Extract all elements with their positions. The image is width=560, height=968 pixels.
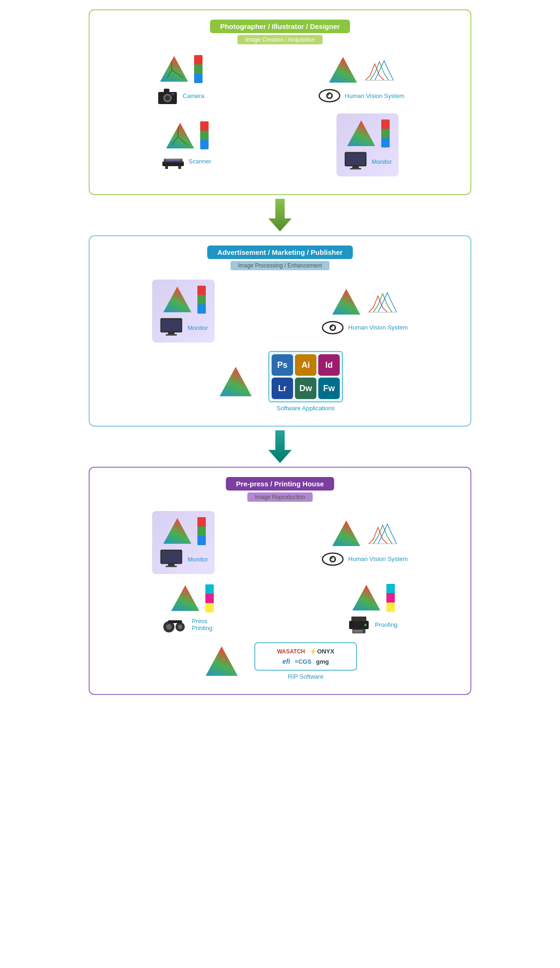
section1-row2: Scanner (99, 113, 461, 176)
monitor3-label: Monitor (188, 556, 208, 563)
section1-row1: Camera (99, 54, 461, 105)
rip-wasatch-logo: WASATCH (277, 648, 305, 655)
camera-label: Camera (183, 92, 204, 99)
svg-marker-15 (166, 123, 194, 148)
eye-icon-3 (321, 551, 344, 568)
svg-rect-27 (346, 153, 365, 165)
svg-rect-35 (166, 334, 177, 336)
monitor2-colorbar (197, 286, 206, 314)
monitor1-icon-row: Monitor (343, 151, 392, 172)
proofing-icon-row: Proofing (347, 615, 397, 634)
section3-row1: Monitor (99, 511, 461, 574)
press-visual (169, 583, 214, 613)
svg-marker-36 (332, 289, 360, 315)
scanner-item: Scanner (161, 120, 211, 170)
svg-marker-30 (268, 199, 292, 231)
rip-efi-logo: efi (282, 658, 290, 665)
press-printing-item: Press Printing (162, 583, 220, 633)
proofing-label: Proofing (375, 621, 397, 628)
hvs2-icon-row: Human Vision System (321, 319, 408, 336)
flow-diagram: Photographer / Illustrator / Designer Im… (89, 9, 471, 695)
section2-subtitle: Image Processing / Enhancement (231, 261, 329, 270)
app-lr-icon: Lr (272, 378, 293, 399)
app-id-icon: Id (318, 354, 340, 376)
section3-row3: WASATCH ⚡ONYX efi ≡CGS gmg RIP Software (99, 642, 461, 680)
section-advertisement: Advertisement / Marketing / Publisher Im… (89, 235, 471, 427)
svg-rect-33 (161, 319, 181, 331)
section1-header: Photographer / Illustrator / Designer Im… (99, 20, 461, 44)
press-colorbar (205, 584, 214, 612)
rip-gmg-logo: gmg (316, 658, 329, 665)
section3-subtitle: Image Reproduction (247, 492, 313, 502)
camera-icon (156, 86, 179, 105)
scanner-icon-row: Scanner (161, 153, 211, 170)
svg-marker-55 (171, 585, 199, 611)
monitor1-gamut (345, 118, 378, 148)
section-prepress: Pre-press / Printing House Image Reprodu… (89, 467, 471, 695)
svg-rect-22 (165, 166, 168, 169)
svg-rect-29 (350, 168, 361, 169)
section3-header: Pre-press / Printing House Image Reprodu… (99, 477, 461, 502)
software-gamut (217, 364, 254, 399)
rip-logos-row1: WASATCH ⚡ONYX (277, 648, 335, 655)
svg-marker-49 (332, 520, 360, 546)
svg-marker-44 (163, 518, 191, 544)
proofing-gamut (350, 582, 383, 613)
svg-rect-60 (168, 620, 182, 623)
rip-software-box: WASATCH ⚡ONYX efi ≡CGS gmg (254, 642, 357, 671)
svg-rect-23 (178, 166, 181, 169)
section2-row1: Monitor (99, 280, 461, 343)
hvs1-label: Human Vision System (345, 92, 405, 99)
camera-visual (158, 54, 203, 84)
hvs2-visual (330, 287, 399, 317)
hvs3-item: Human Vision System (321, 518, 408, 568)
camera-gamut (158, 54, 190, 84)
monitor2-item: Monitor (152, 280, 214, 343)
rip-software-item: WASATCH ⚡ONYX efi ≡CGS gmg RIP Software (254, 642, 357, 680)
scanner-gamut (164, 120, 196, 151)
monitor3-gamut (161, 516, 194, 546)
app-ai-icon: Ai (295, 354, 316, 376)
rip-logos-row2: efi ≡CGS gmg (282, 658, 329, 665)
rip-software-label: RIP Software (288, 673, 323, 680)
hvs1-visual (327, 55, 396, 85)
monitor3-colorbar (197, 517, 206, 545)
press-gamut (169, 583, 202, 613)
hvs3-label: Human Vision System (348, 555, 408, 562)
svg-rect-34 (168, 332, 175, 334)
press-printing-label: Press Printing (192, 617, 220, 631)
svg-rect-65 (353, 630, 363, 631)
camera-icon-row: Camera (156, 86, 204, 105)
svg-marker-42 (220, 367, 252, 396)
monitor1-icon (343, 151, 368, 172)
monitor2-visual (161, 284, 206, 315)
hvs1-curves (363, 57, 396, 83)
hvs1-icon-row: Human Vision System (318, 87, 405, 104)
monitor3-icon-row: Monitor (159, 549, 208, 569)
press-printing-icon (162, 616, 188, 633)
monitor1-colorbar (381, 119, 390, 147)
section1-subtitle: Image Creation / Acquisition (238, 35, 322, 44)
section2-row2: Ps Ai Id Lr Dw Fw Software Applications (99, 351, 461, 412)
svg-rect-64 (352, 629, 365, 633)
svg-point-59 (178, 624, 182, 629)
monitor3-visual (161, 516, 206, 546)
svg-marker-31 (163, 287, 191, 312)
scanner-colorbar (200, 121, 209, 149)
rip-gamut (203, 644, 240, 679)
svg-marker-61 (352, 585, 380, 610)
proofing-icon (347, 615, 371, 634)
arrow2-container (266, 430, 294, 463)
section2-title: Advertisement / Marketing / Publisher (207, 246, 353, 259)
hvs2-label: Human Vision System (348, 324, 408, 331)
section3-title: Pre-press / Printing House (226, 477, 334, 491)
scanner-icon (161, 153, 185, 170)
svg-marker-68 (206, 646, 238, 676)
svg-rect-28 (352, 166, 359, 168)
scanner-label: Scanner (189, 158, 211, 165)
monitor1-box: Monitor (336, 113, 399, 176)
svg-rect-7 (164, 89, 169, 92)
svg-point-14 (328, 94, 329, 96)
svg-rect-46 (161, 551, 181, 563)
svg-point-57 (166, 624, 172, 630)
